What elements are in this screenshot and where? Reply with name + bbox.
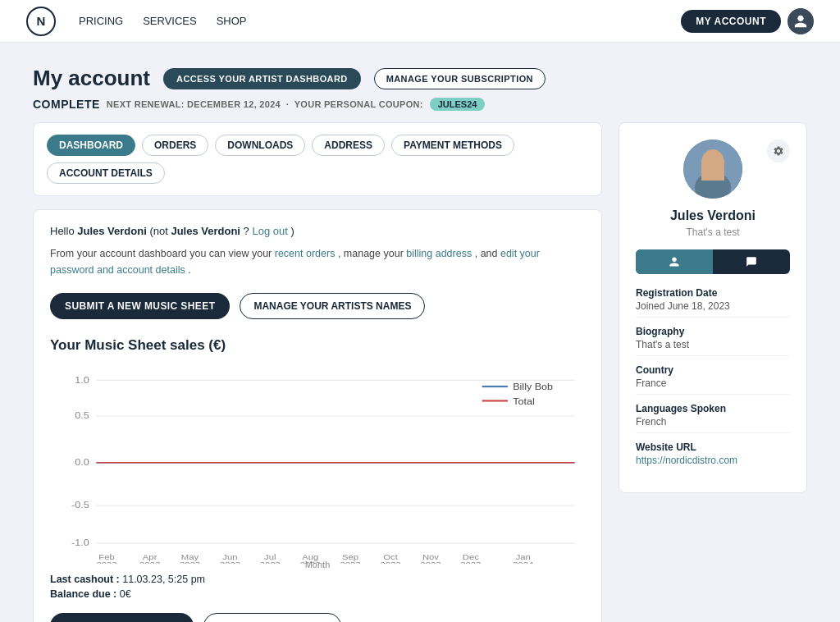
user-avatar-button[interactable]: [788, 8, 814, 34]
svg-text:2023: 2023: [139, 560, 160, 564]
profile-top: [636, 139, 790, 199]
svg-text:2023: 2023: [96, 560, 116, 564]
profile-name: Jules Verdoni: [636, 208, 790, 223]
svg-text:0.0: 0.0: [75, 457, 89, 467]
request-cashout-button[interactable]: REQUEST A CASHOUT: [50, 613, 194, 622]
complete-badge: COMPLETE: [33, 98, 100, 111]
tab-account-details[interactable]: ACCOUNT DETAILS: [47, 162, 165, 184]
svg-text:2023: 2023: [340, 560, 361, 564]
sales-chart: 1.0 0.5 0.0 -0.5 -1.0 Feb: [50, 367, 585, 564]
profile-settings-button[interactable]: [767, 139, 790, 162]
profile-tab-chat[interactable]: [713, 249, 790, 274]
balance-due-text: Balance due : 0€: [50, 588, 585, 600]
submit-music-sheet-button[interactable]: SUBMIT A NEW MUSIC SHEET: [50, 293, 230, 319]
website-label: Website URL: [636, 441, 790, 453]
tabs-bar: DASHBOARD ORDERS DOWNLOADS ADDRESS PAYME…: [33, 122, 602, 196]
my-account-button[interactable]: MY ACCOUNT: [681, 10, 781, 33]
reg-date-value: Joined June 18, 2023: [636, 300, 790, 318]
country-value: France: [636, 377, 790, 395]
nav-services[interactable]: SERVICES: [143, 15, 197, 27]
page-title: My account: [33, 66, 150, 91]
languages-label: Languages Spoken: [636, 403, 790, 414]
nav-shop[interactable]: SHOP: [217, 15, 247, 27]
svg-text:2023: 2023: [460, 560, 481, 564]
logout-link[interactable]: Log out: [252, 225, 287, 237]
access-dashboard-button[interactable]: ACCESS YOUR ARTIST DASHBOARD: [163, 68, 361, 89]
svg-rect-39: [701, 164, 724, 181]
billing-address-link[interactable]: billing address: [406, 248, 472, 259]
svg-text:2023: 2023: [380, 560, 400, 564]
current-user-name: Jules Verdoni: [77, 225, 147, 237]
renewal-prefix: NEXT RENEWAL: DECEMBER 12, 2024 · YOUR P…: [107, 99, 423, 109]
profile-info-section: Registration Date Joined June 18, 2023 B…: [636, 287, 790, 471]
manage-subscription-button[interactable]: MANAGE YOUR SUBSCRIPTION: [374, 68, 546, 89]
manage-artists-button[interactable]: MANAGE YOUR ARTISTS NAMES: [240, 293, 425, 319]
profile-card: Jules Verdoni That's a test Registration…: [619, 122, 807, 493]
country-label: Country: [636, 364, 790, 376]
tab-dashboard[interactable]: DASHBOARD: [47, 135, 135, 156]
tab-address[interactable]: ADDRESS: [312, 135, 385, 156]
languages-value: French: [636, 416, 790, 433]
profile-tab-user[interactable]: [636, 249, 713, 274]
svg-text:Billy Bob: Billy Bob: [513, 382, 553, 391]
profile-bio-preview: That's a test: [636, 226, 790, 238]
chart-title: Your Music Sheet sales (€): [50, 337, 585, 354]
show-sales-details-button[interactable]: SHOW SALES DETAILS: [203, 613, 341, 622]
svg-text:0.5: 0.5: [75, 410, 89, 420]
coupon-badge: JULES24: [430, 98, 486, 111]
svg-text:-1.0: -1.0: [71, 537, 89, 547]
svg-text:2023: 2023: [260, 560, 281, 564]
svg-text:2024: 2024: [513, 560, 533, 564]
hello-text: Hello Jules Verdoni (not Jules Verdoni ?…: [50, 225, 585, 237]
tab-orders[interactable]: ORDERS: [142, 135, 208, 156]
svg-text:1.0: 1.0: [75, 374, 89, 384]
profile-avatar: [683, 139, 742, 199]
recent-orders-link[interactable]: recent orders: [275, 248, 336, 259]
svg-text:-0.5: -0.5: [71, 500, 89, 510]
nav-links: PRICING SERVICES SHOP: [79, 15, 681, 27]
bio-value: That's a test: [636, 339, 790, 356]
tab-downloads[interactable]: DOWNLOADS: [215, 135, 305, 156]
tab-payment-methods[interactable]: PAYMENT METHODS: [391, 135, 514, 156]
nav-logo: N: [26, 7, 56, 36]
bio-label: Biography: [636, 326, 790, 337]
cashout-info: Last cashout : 11.03.23, 5:25 pm Balance…: [50, 574, 585, 600]
profile-tabs: [636, 249, 790, 274]
last-cashout-text: Last cashout : 11.03.23, 5:25 pm: [50, 574, 585, 585]
reg-date-label: Registration Date: [636, 287, 790, 299]
svg-text:2023: 2023: [220, 560, 240, 564]
svg-text:2023: 2023: [180, 560, 200, 564]
website-link[interactable]: https://nordicdistro.com: [636, 455, 737, 466]
svg-text:2023: 2023: [420, 560, 441, 564]
nav-pricing[interactable]: PRICING: [79, 15, 123, 27]
page-header: My account ACCESS YOUR ARTIST DASHBOARD …: [0, 43, 840, 122]
account-info-panel: Hello Jules Verdoni (not Jules Verdoni ?…: [33, 209, 602, 622]
website-value[interactable]: https://nordicdistro.com: [636, 455, 790, 471]
svg-text:Total: Total: [513, 396, 534, 406]
not-user-name: Jules Verdoni: [171, 225, 240, 237]
dashboard-description: From your account dashboard you can view…: [50, 245, 585, 278]
